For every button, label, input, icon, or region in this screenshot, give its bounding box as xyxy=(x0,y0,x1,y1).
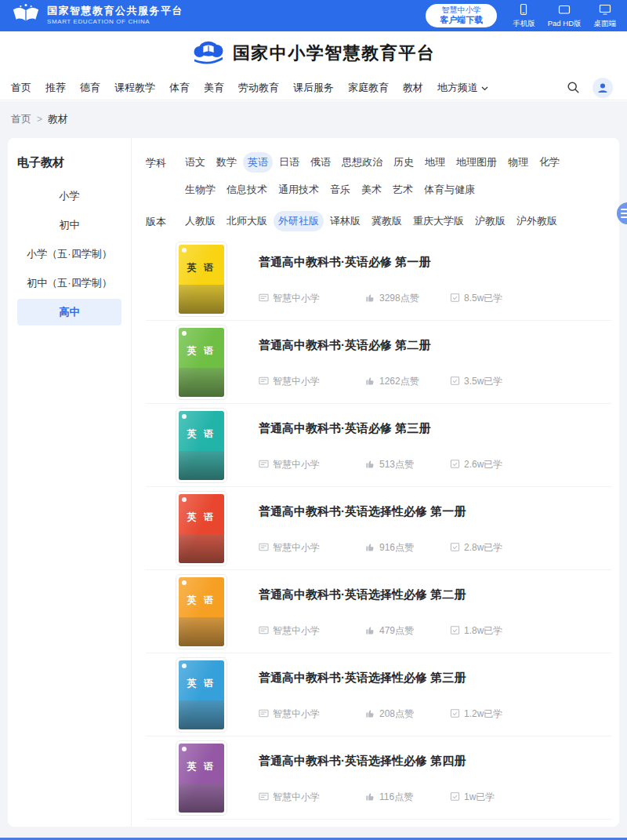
book-likes-count: 916点赞 xyxy=(379,541,414,555)
menu-lines-icon xyxy=(621,209,627,218)
thumbs-up-icon xyxy=(365,791,375,804)
book-learned-count: 8.5w已学 xyxy=(464,292,502,305)
filter-option[interactable]: 艺术 xyxy=(388,180,418,200)
book-provider: 智慧中小学 xyxy=(273,375,320,388)
filter-option[interactable]: 英语 xyxy=(243,152,273,173)
book-meta: 智慧中小学 3298点赞 8.5w已学 xyxy=(259,292,603,305)
nav-item[interactable]: 课程教学 xyxy=(107,81,162,95)
reader-icon xyxy=(450,293,460,305)
filter-option[interactable]: 体育与健康 xyxy=(419,180,480,200)
filter-option[interactable]: 沪外教版 xyxy=(512,211,562,231)
book-likes-count: 116点赞 xyxy=(379,791,413,804)
phone-icon xyxy=(517,3,530,17)
book-cover: 英 语 xyxy=(176,740,227,816)
nav-item[interactable]: 首页 xyxy=(11,81,38,95)
book-row[interactable]: 英 语 普通高中教科书·英语选择性必修 第一册 智慧中小学 916点赞 xyxy=(146,487,611,570)
book-learned-count: 2.6w已学 xyxy=(464,458,502,471)
topbar-device-item[interactable]: 手机版 xyxy=(513,3,535,29)
filter-option[interactable]: 音乐 xyxy=(325,180,355,200)
book-cover-title: 英 语 xyxy=(179,427,224,441)
filter-option[interactable]: 物理 xyxy=(503,152,533,173)
nav-item[interactable]: 教材 xyxy=(396,81,430,95)
book-row[interactable]: 英 语 普通高中教科书·英语选择性必修 第四册 智慧中小学 116点赞 xyxy=(146,736,611,820)
book-meta: 智慧中小学 916点赞 2.8w已学 xyxy=(259,541,603,555)
org-badge-icon xyxy=(259,625,269,638)
book-cover-title: 英 语 xyxy=(179,677,224,690)
filter-option[interactable]: 译林版 xyxy=(325,211,365,231)
book-cover-title: 英 语 xyxy=(179,594,224,607)
filter-option[interactable]: 美术 xyxy=(357,180,386,200)
filter-option[interactable]: 重庆大学版 xyxy=(408,211,469,231)
filter-option[interactable]: 地理 xyxy=(420,152,450,173)
filter-option[interactable]: 语文 xyxy=(180,152,210,173)
nav-item[interactable]: 推荐 xyxy=(38,81,73,95)
book-title: 普通高中教科书·英语必修 第一册 xyxy=(259,255,603,270)
nav-item[interactable]: 地方频道 xyxy=(430,81,495,95)
filter-option[interactable]: 俄语 xyxy=(306,152,335,173)
filter-option[interactable]: 通用技术 xyxy=(274,180,324,200)
filter-option[interactable]: 信息技术 xyxy=(222,180,272,200)
filter-option[interactable]: 数学 xyxy=(212,152,241,173)
search-icon[interactable] xyxy=(567,81,580,94)
topbar-device-list: 手机版 Pad HD版 桌面端 xyxy=(513,3,616,29)
chevron-down-icon xyxy=(481,82,488,93)
sidebar-title: 电子教材 xyxy=(17,155,121,170)
book-row[interactable]: 英 语 普通高中教科书·英语选择性必修 第二册 智慧中小学 479点赞 xyxy=(146,570,611,653)
breadcrumb-home[interactable]: 首页 xyxy=(11,112,31,126)
topbar-device-item[interactable]: Pad HD版 xyxy=(548,3,582,29)
org-badge-icon xyxy=(259,376,269,388)
filter-group-label: 版本 xyxy=(146,211,180,231)
filter-option[interactable]: 化学 xyxy=(535,152,564,173)
sidebar-item[interactable]: 高中 xyxy=(17,299,121,325)
client-download-button[interactable]: 智慧中小学 客户端下载 xyxy=(426,4,497,27)
breadcrumb: 首页 > 教材 xyxy=(0,101,627,133)
thumbs-up-icon xyxy=(365,459,375,471)
nav-item[interactable]: 体育 xyxy=(162,81,197,95)
org-badge-icon xyxy=(259,293,269,305)
thumbs-up-icon xyxy=(365,293,375,305)
book-meta: 智慧中小学 208点赞 1.2w已学 xyxy=(259,707,603,721)
sidebar-item[interactable]: 小学（五·四学制） xyxy=(17,241,121,267)
book-learned-count: 1.8w已学 xyxy=(464,624,502,638)
sidebar-item[interactable]: 初中（五·四学制） xyxy=(17,270,121,296)
book-row[interactable]: 英 语 普通高中教科书·英语必修 第三册 智慧中小学 513点赞 xyxy=(146,404,611,487)
platform-name: 国家智慧教育公共服务平台 xyxy=(47,5,183,16)
filter-option[interactable]: 生物学 xyxy=(180,180,220,200)
filter-option[interactable]: 冀教版 xyxy=(367,211,407,231)
sidebar-list: 小学 初中 小学（五·四学制） 初中（五·四学制） 高中 xyxy=(17,183,121,325)
filter-option[interactable]: 历史 xyxy=(389,152,419,173)
filter-option[interactable]: 北师大版 xyxy=(222,211,272,231)
reader-icon xyxy=(450,376,460,388)
sidebar-item[interactable]: 小学 xyxy=(17,183,121,209)
device-label: Pad HD版 xyxy=(548,19,582,29)
book-row[interactable]: 英 语 普通高中教科书·英语选择性必修 第三册 智慧中小学 208点赞 xyxy=(146,653,611,736)
nav-item[interactable]: 课后服务 xyxy=(286,81,341,95)
filter-option[interactable]: 地理图册 xyxy=(451,152,502,173)
topbar-device-item[interactable]: 桌面端 xyxy=(594,3,617,29)
book-cover: 英 语 xyxy=(176,491,227,566)
device-label: 桌面端 xyxy=(594,19,617,29)
book-row[interactable]: 英 语 普通高中教科书·英语必修 第一册 智慧中小学 3298点赞 xyxy=(146,238,611,321)
filter-option[interactable]: 思想政治 xyxy=(337,152,387,173)
breadcrumb-separator: > xyxy=(37,114,42,125)
user-avatar[interactable] xyxy=(593,78,613,98)
platform-name-en: SMART EDUCATION OF CHINA xyxy=(47,19,183,26)
site-header: 国家中小学智慧教育平台 xyxy=(0,31,627,75)
filter-option[interactable]: 外研社版 xyxy=(274,211,324,231)
platform-brand: 国家智慧教育公共服务平台 SMART EDUCATION OF CHINA xyxy=(11,2,183,29)
page-title: 国家中小学智慧教育平台 xyxy=(233,42,436,65)
book-meta: 智慧中小学 479点赞 1.8w已学 xyxy=(259,624,603,638)
sidebar-item[interactable]: 初中 xyxy=(17,212,121,238)
nav-item[interactable]: 德育 xyxy=(73,81,107,95)
filter-option[interactable]: 人教版 xyxy=(180,211,220,231)
main-nav: 首页 推荐 德育 课程教学 体育 美育 劳动教育 课后服务 家庭教育 教材 地方… xyxy=(0,75,627,100)
book-cover-title: 英 语 xyxy=(179,261,224,275)
nav-item[interactable]: 劳动教育 xyxy=(231,81,286,95)
filter-option[interactable]: 沪教版 xyxy=(470,211,510,231)
filter-option[interactable]: 日语 xyxy=(274,152,304,173)
nav-item[interactable]: 家庭教育 xyxy=(341,81,396,95)
reader-icon xyxy=(450,542,460,555)
nav-item[interactable]: 美育 xyxy=(197,81,231,95)
book-title: 普通高中教科书·英语必修 第二册 xyxy=(259,338,603,353)
book-row[interactable]: 英 语 普通高中教科书·英语必修 第二册 智慧中小学 1262点赞 xyxy=(146,321,611,404)
